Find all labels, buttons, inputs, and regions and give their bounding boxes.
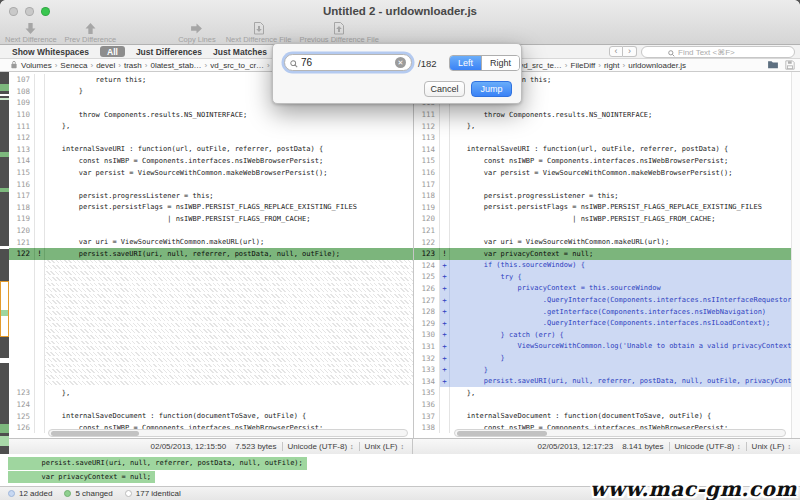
code-line[interactable]: 136 — [414, 399, 791, 411]
code-line[interactable]: 123 }, — [9, 387, 413, 399]
overview-mark — [0, 424, 9, 433]
toolbar-next-difference[interactable]: Next Difference — [5, 22, 57, 44]
code-line[interactable]: 121 — [414, 225, 791, 237]
find-text-field[interactable] — [641, 46, 795, 58]
breadcrumb-segment[interactable]: FileDiff — [571, 61, 596, 70]
toolbar-previous-difference-file[interactable]: Previous Difference File — [299, 21, 378, 44]
code-line[interactable]: 133+ } — [414, 364, 791, 376]
goto-line-input[interactable] — [301, 57, 392, 68]
line-number: 110 — [9, 109, 35, 121]
diff-marker: ! — [440, 248, 450, 260]
breadcrumb-segment[interactable]: vd_src_te… — [519, 61, 562, 70]
breadcrumb-segment[interactable]: 0latest_stab… — [150, 61, 201, 70]
code-gap-row — [9, 364, 413, 376]
filter-segment-all[interactable]: All — [100, 46, 125, 57]
code-line[interactable]: 135 }, — [414, 387, 791, 399]
code-line[interactable]: 117 persist.progressListener = this; — [9, 190, 413, 202]
breadcrumb-segment[interactable]: urldownloader.js — [628, 61, 686, 70]
breadcrumb-segment[interactable]: Volumes — [21, 61, 52, 70]
toolbar-copy-lines[interactable]: Copy Lines — [178, 22, 216, 44]
code-line[interactable]: 110 throw Components.results.NS_NOINTERF… — [9, 109, 413, 121]
code-line[interactable]: 117 — [414, 178, 791, 190]
code-line[interactable]: 119 | nsIWBP.PERSIST_FLAGS_FROM_CACHE; — [9, 213, 413, 225]
back-button[interactable]: ‹ — [609, 46, 623, 57]
save-icon[interactable] — [785, 60, 795, 72]
code-line[interactable]: 120 | nsIWBP.PERSIST_FLAGS_FROM_CACHE; — [414, 213, 791, 225]
overview-viewport[interactable] — [0, 281, 9, 337]
code-line[interactable]: 121 var uri = ViewSourceWithCommon.makeU… — [9, 236, 413, 248]
code-line[interactable]: 115 var persist = ViewSourceWithCommon.m… — [9, 167, 413, 179]
line-number: 115 — [414, 155, 440, 167]
breadcrumb-segment[interactable]: right — [604, 61, 620, 70]
added-dot-icon — [8, 490, 15, 497]
left-line-ending-select[interactable]: Unix (LF)↕ — [359, 442, 409, 451]
code-line[interactable]: 131+ ViewSourceWithCommon.log('Unable to… — [414, 341, 791, 353]
code-line[interactable]: 111 throw Components.results.NS_NOINTERF… — [414, 109, 791, 121]
code-line[interactable]: 126+ privacyContext = this.sourceWindow — [414, 283, 791, 295]
diff-marker — [440, 399, 450, 411]
code-line[interactable]: 115 const nsIWBP = Components.interfaces… — [414, 155, 791, 167]
right-encoding-select[interactable]: Unicode (UTF-8)↕ — [669, 442, 746, 451]
code-line[interactable]: 112 — [9, 132, 413, 144]
breadcrumb-segment[interactable]: devel — [96, 61, 115, 70]
line-number: 135 — [414, 387, 440, 399]
right-horizontal-scrollbar[interactable] — [454, 429, 786, 437]
breadcrumb-segment[interactable]: vd_src_to_cr… — [210, 61, 264, 70]
show-whitespaces-toggle[interactable]: Show Whitespaces — [12, 47, 89, 57]
line-number: 130 — [414, 329, 440, 341]
code-line[interactable]: 127+ .QueryInterface(Components.interfac… — [414, 294, 791, 306]
code-line[interactable]: 118 persist.persistFlags = nsIWBP.PERSIS… — [9, 202, 413, 214]
code-line[interactable]: 116 — [9, 178, 413, 190]
line-text — [45, 375, 413, 387]
toolbar-prev-difference[interactable]: Prev Difference — [65, 22, 117, 44]
left-encoding-select[interactable]: Unicode (UTF-8)↕ — [282, 442, 359, 451]
filter-segment-just-matches[interactable]: Just Matches — [213, 47, 267, 57]
side-left-option[interactable]: Left — [450, 56, 481, 70]
code-line[interactable]: 114 internalSaveURI : function(url, outF… — [414, 144, 791, 156]
code-line[interactable]: 113 internalSaveURI : function(url, outF… — [9, 144, 413, 156]
code-line[interactable]: 118 persist.progressListener = this; — [414, 190, 791, 202]
chevron-right-icon: › — [118, 61, 121, 70]
right-line-ending-select[interactable]: Unix (LF)↕ — [746, 442, 796, 451]
code-line[interactable]: 130+ } catch (err) { — [414, 329, 791, 341]
code-line[interactable]: 124 — [9, 399, 413, 411]
diff-marker — [35, 155, 45, 167]
code-line[interactable]: 137 internalSaveDocument : function(docu… — [414, 410, 791, 422]
find-text-input[interactable] — [678, 48, 768, 57]
code-line[interactable]: 113 — [414, 132, 791, 144]
code-line[interactable]: 132+ } — [414, 352, 791, 364]
code-line[interactable]: 120 — [9, 225, 413, 237]
code-line[interactable]: 119 persist.persistFlags = nsIWBP.PERSIS… — [414, 202, 791, 214]
forward-button[interactable]: › — [623, 46, 637, 57]
side-right-option[interactable]: Right — [481, 56, 519, 70]
goto-line-field[interactable]: ✕ — [284, 54, 412, 71]
vertical-scrollbar[interactable] — [791, 72, 800, 438]
code-line[interactable]: 114 const nsIWBP = Components.interfaces… — [9, 155, 413, 167]
overview-change-map[interactable] — [0, 72, 9, 455]
code-line[interactable]: 134+ persist.saveURI(uri, null, referrer… — [414, 375, 791, 387]
breadcrumb-segment[interactable]: trash — [124, 61, 142, 70]
line-number: 122 — [414, 236, 440, 248]
cancel-button[interactable]: Cancel — [424, 81, 465, 97]
clear-icon[interactable]: ✕ — [395, 57, 406, 68]
code-line[interactable]: 125+ try { — [414, 271, 791, 283]
code-line[interactable]: 116 var persist = ViewSourceWithCommon.m… — [414, 167, 791, 179]
code-line[interactable]: 112 }, — [414, 120, 791, 132]
code-line[interactable]: 123! var privacyContext = null; — [414, 248, 791, 260]
code-line[interactable]: 125 internalSaveDocument : function(docu… — [9, 410, 413, 422]
code-line[interactable]: 111 }, — [9, 120, 413, 132]
line-text: } — [450, 352, 791, 364]
breadcrumb-segment[interactable]: Seneca — [60, 61, 87, 70]
code-line[interactable]: 129+ .QueryInterface(Components.interfac… — [414, 317, 791, 329]
jump-button[interactable]: Jump — [471, 81, 512, 97]
left-horizontal-scrollbar[interactable] — [48, 429, 408, 437]
code-line[interactable]: 128+ .getInterface(Components.interfaces… — [414, 306, 791, 318]
code-line[interactable]: 124+ if (this.sourceWindow) { — [414, 260, 791, 272]
line-number: 131 — [414, 341, 440, 353]
reveal-folder-icon[interactable] — [767, 60, 779, 72]
code-line[interactable]: 122 var uri = ViewSourceWithCommon.makeU… — [414, 236, 791, 248]
toolbar-next-difference-file[interactable]: Next Difference File — [226, 21, 292, 44]
preview-line: var privacyContext = null; — [8, 471, 155, 484]
code-line[interactable]: 122! persist.saveURI(uri, null, referrer… — [9, 248, 413, 260]
filter-segment-just-differences[interactable]: Just Differences — [136, 47, 202, 57]
